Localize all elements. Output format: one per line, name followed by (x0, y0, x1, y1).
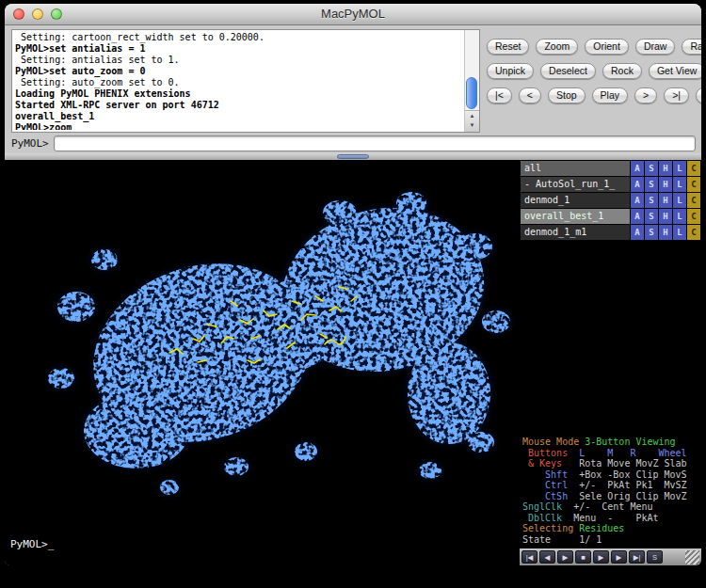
object-s-button[interactable]: S (645, 225, 658, 240)
movie-step-back-button[interactable]: ◀ (539, 550, 555, 564)
object-c-button[interactable]: C (687, 225, 700, 240)
object-row: overall_best_1ASHLC (521, 209, 700, 224)
console-line: Loading PyMOL PHENIX extensions (15, 88, 463, 100)
console-line: Started XML-RPC server on port 46712 (15, 100, 463, 111)
console-output[interactable]: Setting: cartoon_rect_width set to 0.200… (11, 29, 480, 133)
object-l-button[interactable]: L (673, 225, 686, 240)
mouse-panel-line: & Keys Rota Move MovZ Slab (522, 458, 687, 469)
movie-play-button[interactable]: ▶ (593, 550, 609, 564)
object-s-button[interactable]: S (645, 209, 658, 224)
object-a-button[interactable]: A (631, 225, 644, 240)
side-panel: allASHLC- AutoSol_run_1_ASHLCdenmod_1ASH… (520, 160, 701, 565)
mouse-panel-line: Mouse Mode 3-Button Viewing (522, 437, 687, 448)
console-line: Setting: auto_zoom set to 0. (15, 77, 463, 88)
mouse-panel-line: State 1/ 1 (522, 534, 687, 546)
toolbar-button-get-view[interactable]: Get View (649, 63, 701, 79)
command-prompt-label: PyMOL> (11, 137, 49, 150)
title-bar[interactable]: MacPyMOL (5, 4, 701, 25)
scrollbar-arrows[interactable]: ▲▼ (465, 110, 479, 132)
object-row: - AutoSol_run_1_ASHLC (521, 177, 700, 192)
viewport-prompt: PyMOL>_ (10, 538, 54, 550)
object-h-button[interactable]: H (659, 209, 672, 224)
scrollbar-thumb[interactable] (466, 77, 477, 109)
toolbar-button-movie-back[interactable]: < (519, 87, 541, 103)
object-s-button[interactable]: S (645, 161, 658, 176)
toolbar-button-reset[interactable]: Reset (487, 39, 529, 55)
toolbar-button-mclear[interactable]: MClear (696, 87, 701, 103)
object-name[interactable]: denmod_1 (521, 193, 630, 208)
object-c-button[interactable]: C (687, 177, 700, 192)
object-list: allASHLC- AutoSol_run_1_ASHLCdenmod_1ASH… (521, 161, 700, 241)
mouse-panel-line: DblClk Menu - PkAt (522, 513, 687, 524)
resize-grip[interactable] (685, 550, 699, 564)
toolbar-button-rock[interactable]: Rock (602, 63, 642, 79)
toolbar-button-orient[interactable]: Orient (585, 39, 629, 55)
object-l-button[interactable]: L (673, 161, 686, 176)
movie-bar: |◀◀▶■▶▶▶|S (520, 548, 701, 565)
mouse-panel-line: SnglClk +/- Cent Menu (522, 501, 687, 513)
object-a-button[interactable]: A (631, 209, 644, 224)
mouse-panel-line: Buttons L M R Wheel (522, 448, 687, 459)
mouse-panel-line: Ctrl +/- PkAt Pk1 MvSZ (522, 480, 687, 491)
object-l-button[interactable]: L (673, 209, 686, 224)
object-a-button[interactable]: A (631, 193, 644, 208)
pane-splitter[interactable] (5, 153, 701, 160)
toolbar-button-movie-forward[interactable]: > (634, 87, 657, 103)
movie-stop-button[interactable]: ■ (575, 550, 591, 564)
object-c-button[interactable]: C (687, 209, 700, 224)
object-row: denmod_1_m1ASHLC (521, 225, 700, 240)
object-c-button[interactable]: C (687, 161, 700, 176)
object-s-button[interactable]: S (645, 177, 658, 192)
main-area: PyMOL>_ allASHLC- AutoSol_run_1_ASHLCden… (5, 160, 701, 565)
toolbar-button-deselect[interactable]: Deselect (540, 63, 596, 79)
movie-scene-button[interactable]: S (647, 550, 663, 564)
movie-play-back-button[interactable]: ▶ (557, 550, 573, 564)
toolbar-button-ray[interactable]: Ray (682, 39, 701, 55)
toolbar-button-draw[interactable]: Draw (635, 39, 676, 55)
macpymol-window: MacPyMOL Setting: cartoon_rect_width set… (5, 4, 701, 565)
splitter-handle[interactable] (337, 154, 369, 159)
toolbar: ResetZoomOrientDrawRayUnpickDeselectRock… (487, 39, 697, 103)
object-s-button[interactable]: S (645, 193, 658, 208)
console-log: Setting: cartoon_rect_width set to 0.200… (15, 32, 463, 130)
object-h-button[interactable]: H (659, 225, 672, 240)
toolbar-button-movie-first[interactable]: |< (487, 87, 512, 103)
movie-end-button[interactable]: ▶| (629, 550, 645, 564)
movie-step-forward-button[interactable]: ▶ (611, 550, 627, 564)
toolbar-button-play[interactable]: Play (592, 87, 628, 103)
console-line: PyMOL>zoom (15, 122, 463, 130)
density-mesh[interactable] (5, 160, 520, 565)
object-name[interactable]: - AutoSol_run_1_ (521, 177, 630, 192)
object-c-button[interactable]: C (687, 193, 700, 208)
movie-start-button[interactable]: |◀ (521, 550, 538, 564)
console-line: Setting: antialias set to 1. (15, 55, 463, 66)
command-input[interactable] (54, 135, 696, 151)
object-name[interactable]: all (521, 161, 630, 176)
toolbar-button-unpick[interactable]: Unpick (487, 63, 534, 79)
console-line: PyMOL>set auto_zoom = 0 (15, 66, 463, 77)
object-name[interactable]: overall_best_1 (521, 209, 630, 224)
console-scrollbar[interactable]: ▲▼ (464, 30, 479, 132)
toolbar-button-movie-last[interactable]: >| (664, 87, 689, 103)
object-l-button[interactable]: L (673, 177, 686, 192)
command-row: PyMOL> (11, 135, 696, 151)
object-h-button[interactable]: H (659, 177, 672, 192)
toolbar-button-stop[interactable]: Stop (548, 87, 586, 103)
object-a-button[interactable]: A (631, 177, 644, 192)
object-a-button[interactable]: A (631, 161, 644, 176)
object-h-button[interactable]: H (659, 161, 672, 176)
window-title: MacPyMOL (5, 7, 701, 21)
3d-viewport[interactable]: PyMOL>_ (5, 160, 520, 565)
object-row: denmod_1ASHLC (521, 193, 700, 208)
console-line: Setting: cartoon_rect_width set to 0.200… (15, 32, 463, 43)
object-l-button[interactable]: L (673, 193, 686, 208)
movie-bar-buttons: |◀◀▶■▶▶▶|S (521, 550, 663, 564)
object-row: allASHLC (521, 161, 700, 176)
toolbar-button-zoom[interactable]: Zoom (536, 39, 578, 55)
mouse-panel-line: Selecting Residues (522, 523, 687, 534)
object-name[interactable]: denmod_1_m1 (521, 225, 630, 240)
console-line: overall_best_1 (15, 111, 463, 122)
console-line: PyMOL>set antialias = 1 (15, 43, 463, 55)
object-h-button[interactable]: H (659, 193, 672, 208)
mouse-panel-line: CtSh Sele Orig Clip MovZ (522, 491, 687, 502)
